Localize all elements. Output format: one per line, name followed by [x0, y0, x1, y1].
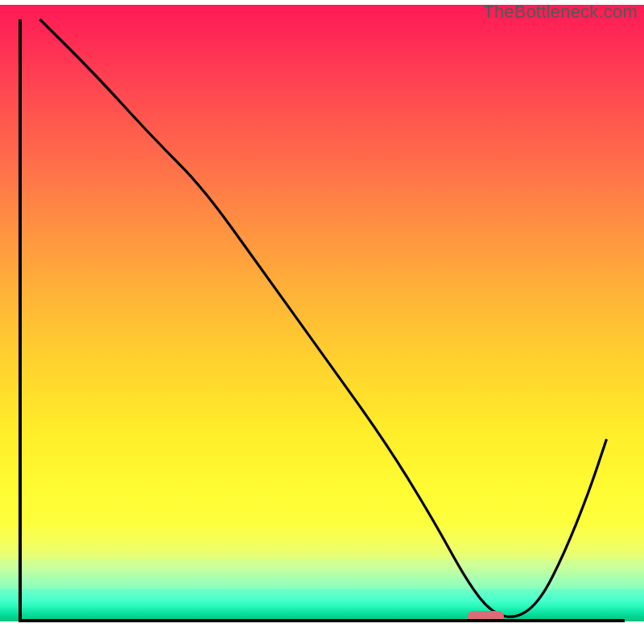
watermark-text: TheBottleneck.com [483, 2, 638, 23]
chart-curve [0, 0, 644, 644]
optimal-marker [468, 611, 504, 622]
bottleneck-curve-path [40, 19, 607, 617]
